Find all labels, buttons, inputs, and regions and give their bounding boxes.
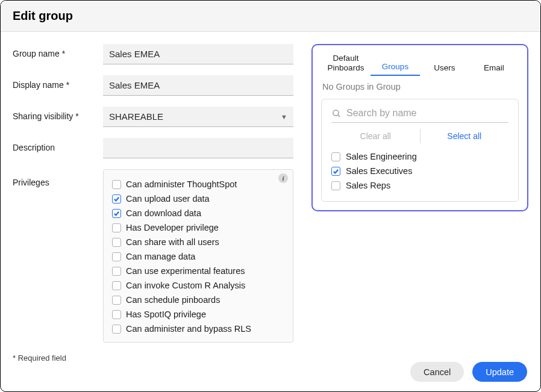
group-item-label: Sales Engineering xyxy=(346,152,417,161)
update-button[interactable]: Update xyxy=(472,362,527,382)
edit-group-modal: Edit group Group name * Display name * S… xyxy=(0,0,541,392)
privilege-label: Can schedule pinboards xyxy=(126,295,220,305)
group-name-input[interactable] xyxy=(103,44,293,64)
display-name-label: Display name * xyxy=(13,75,103,90)
membership-panel: Default Pinboards Groups Users Email No … xyxy=(311,44,528,211)
groups-empty-msg: No Groups in Group xyxy=(321,82,519,92)
privilege-row: Can upload user data xyxy=(112,191,284,206)
group-item-label: Sales Reps xyxy=(346,181,390,190)
groups-search-input[interactable] xyxy=(346,108,508,119)
modal-header: Edit group xyxy=(1,1,540,32)
privilege-label: Can manage data xyxy=(126,252,195,261)
modal-footer: Cancel Update xyxy=(410,362,527,382)
sharing-visibility-value: SHAREABLE xyxy=(109,111,163,122)
privilege-label: Can upload user data xyxy=(126,194,210,204)
display-name-input[interactable] xyxy=(103,75,293,96)
tab-users[interactable]: Users xyxy=(420,61,469,76)
privilege-label: Has SpotIQ privilege xyxy=(126,310,206,319)
checkbox[interactable] xyxy=(112,223,121,232)
privilege-row: Can use experimental features xyxy=(112,264,284,278)
checkbox[interactable] xyxy=(112,267,121,276)
privilege-row: Can share with all users xyxy=(112,235,284,249)
checkbox[interactable] xyxy=(331,152,340,161)
privilege-row: Can manage data xyxy=(112,249,284,264)
group-item-label: Sales Executives xyxy=(346,166,412,176)
info-icon[interactable]: i xyxy=(278,173,288,183)
checkbox[interactable] xyxy=(112,238,121,247)
required-field-note: * Required field xyxy=(13,353,293,362)
privilege-row: Can schedule pinboards xyxy=(112,293,284,307)
checkbox[interactable] xyxy=(331,167,340,176)
privilege-row: Can administer and bypass RLS xyxy=(112,322,284,336)
privilege-row: Can invoke Custom R Analysis xyxy=(112,278,284,293)
sharing-visibility-label: Sharing visibility * xyxy=(13,107,103,121)
membership-column: Default Pinboards Groups Users Email No … xyxy=(311,44,528,362)
groups-search-card: Clear all Select all Sales EngineeringSa… xyxy=(321,99,519,202)
checkbox[interactable] xyxy=(112,209,121,218)
svg-line-1 xyxy=(338,114,340,116)
svg-point-0 xyxy=(333,110,339,115)
page-title: Edit group xyxy=(13,9,528,23)
checkbox[interactable] xyxy=(112,180,121,189)
tab-email[interactable]: Email xyxy=(469,61,519,76)
checkbox[interactable] xyxy=(112,310,121,319)
tab-default-pinboards[interactable]: Default Pinboards xyxy=(321,51,371,76)
sharing-visibility-select[interactable]: SHAREABLE xyxy=(103,107,293,127)
checkbox[interactable] xyxy=(112,325,121,334)
description-input[interactable] xyxy=(103,138,293,158)
group-item: Sales Engineering xyxy=(331,149,508,164)
privilege-row: Has Developer privilege xyxy=(112,220,284,235)
privileges-label: Privileges xyxy=(13,169,103,187)
privileges-box: i Can administer ThoughtSpotCan upload u… xyxy=(103,169,293,343)
checkbox[interactable] xyxy=(331,181,340,190)
modal-body: Group name * Display name * Sharing visi… xyxy=(1,32,540,369)
group-name-label: Group name * xyxy=(13,44,103,58)
tabs: Default Pinboards Groups Users Email xyxy=(321,51,519,76)
privilege-label: Can invoke Custom R Analysis xyxy=(126,281,245,290)
form-column: Group name * Display name * Sharing visi… xyxy=(13,44,293,362)
group-item: Sales Reps xyxy=(331,178,508,193)
privilege-row: Can download data xyxy=(112,206,284,220)
cancel-button[interactable]: Cancel xyxy=(410,362,464,382)
group-item: Sales Executives xyxy=(331,164,508,178)
checkbox[interactable] xyxy=(112,194,121,204)
search-icon xyxy=(331,108,342,119)
description-label: Description xyxy=(13,138,103,152)
privilege-row: Can administer ThoughtSpot xyxy=(112,177,284,191)
select-all-button[interactable]: Select all xyxy=(421,129,509,143)
clear-all-button[interactable]: Clear all xyxy=(331,129,421,143)
tab-groups[interactable]: Groups xyxy=(371,60,420,76)
privilege-label: Has Developer privilege xyxy=(126,223,219,232)
privilege-label: Can share with all users xyxy=(126,237,219,247)
checkbox[interactable] xyxy=(112,281,121,290)
privilege-label: Can download data xyxy=(126,208,201,218)
privilege-label: Can administer and bypass RLS xyxy=(126,324,251,334)
checkbox[interactable] xyxy=(112,296,121,305)
privilege-label: Can use experimental features xyxy=(126,266,245,276)
checkbox[interactable] xyxy=(112,252,121,261)
chevron-down-icon: ▼ xyxy=(281,113,287,120)
privilege-label: Can administer ThoughtSpot xyxy=(126,179,237,189)
privilege-row: Has SpotIQ privilege xyxy=(112,307,284,322)
